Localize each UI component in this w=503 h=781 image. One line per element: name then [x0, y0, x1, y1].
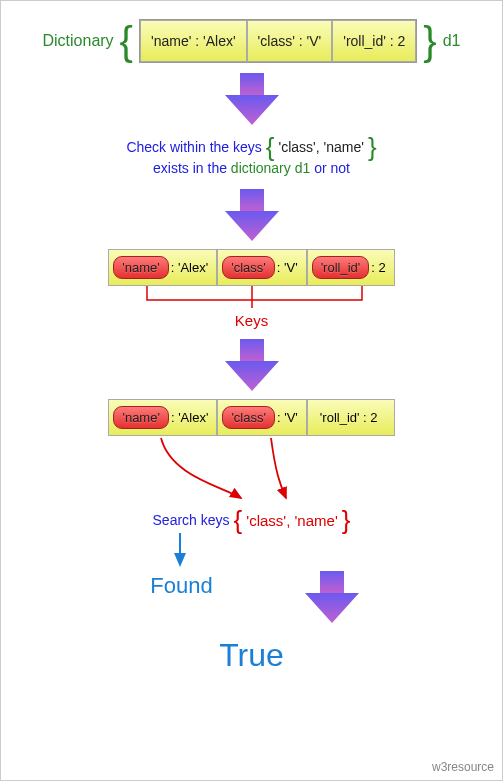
brace-close: } — [342, 510, 351, 531]
brace-open: { — [234, 510, 243, 531]
flow-arrow-icon — [222, 339, 282, 393]
value-text: : 2 — [371, 260, 385, 275]
svg-marker-8 — [305, 593, 359, 623]
plain-cell: 'roll_id' : 2 — [312, 407, 386, 428]
check-line2-pre: exists in the — [153, 160, 227, 176]
dictionary-word: Dictionary — [42, 32, 113, 50]
brace-close: } — [368, 137, 377, 158]
check-description: Check within the keys { 'class', 'name' … — [126, 137, 376, 179]
value-text: : 'V' — [277, 260, 298, 275]
keys-label: Keys — [235, 312, 268, 329]
svg-rect-2 — [240, 189, 264, 211]
flow-arrow-icon — [222, 189, 282, 243]
dict-cell: 'name' : 'Alex' — [108, 249, 217, 286]
flow-arrow-icon — [222, 73, 282, 127]
keys-highlight-block: 'name' : 'Alex' 'class' : 'V' 'roll_id' … — [102, 249, 402, 329]
key-pill: 'name' — [113, 256, 168, 279]
key-pill: 'class' — [222, 256, 275, 279]
svg-marker-3 — [225, 211, 279, 241]
dict-cell: 'class' : 'V' — [217, 249, 306, 286]
key-pill: 'class' — [222, 406, 275, 429]
dict-cells-search: 'name' : 'Alex' 'class' : 'V' 'roll_id' … — [108, 399, 394, 436]
result-label: True — [219, 637, 284, 674]
key-pill: 'roll_id' — [312, 256, 370, 279]
key-pill: 'name' — [113, 406, 168, 429]
check-line2-post: or not — [314, 160, 350, 176]
value-text: : 'Alex' — [171, 410, 208, 425]
dict-ref: dictionary d1 — [231, 160, 310, 176]
dictionary-var: d1 — [443, 32, 461, 50]
svg-marker-1 — [225, 95, 279, 125]
keys-bracket-connector — [102, 286, 402, 310]
value-text: : 'V' — [277, 410, 298, 425]
svg-rect-0 — [240, 73, 264, 95]
brace-close: } — [423, 25, 436, 57]
dict-cell: 'class' : 'V' — [217, 399, 306, 436]
search-match-block: 'name' : 'Alex' 'class' : 'V' 'roll_id' … — [108, 399, 394, 531]
svg-rect-7 — [320, 571, 344, 593]
down-arrow-icon — [150, 531, 210, 571]
brace-open: { — [120, 25, 133, 57]
check-keys-inline: 'class', 'name' — [279, 137, 364, 158]
value-text: : 'Alex' — [171, 260, 208, 275]
search-keys-text: 'class', 'name' — [246, 512, 338, 529]
found-section: Found — [150, 531, 212, 599]
dict-cells-pills: 'name' : 'Alex' 'class' : 'V' 'roll_id' … — [108, 249, 395, 286]
search-keys-row: Search keys { 'class', 'name' } — [153, 510, 351, 531]
dict-cell: 'name' : 'Alex' — [108, 399, 217, 436]
svg-marker-5 — [225, 361, 279, 391]
brace-open: { — [266, 137, 275, 158]
dictionary-cells: 'name' : 'Alex' 'class' : 'V' 'roll_id' … — [139, 19, 417, 63]
dict-cell: 'roll_id' : 2 — [332, 20, 416, 62]
dictionary-definition: Dictionary { 'name' : 'Alex' 'class' : '… — [42, 19, 460, 63]
svg-rect-4 — [240, 339, 264, 361]
dict-cell: 'roll_id' : 2 — [307, 399, 395, 436]
dict-cell: 'class' : 'V' — [247, 20, 333, 62]
attribution: w3resource — [432, 760, 494, 774]
match-arrows — [121, 436, 381, 506]
search-label: Search keys — [153, 512, 230, 528]
flow-arrow-icon — [302, 571, 362, 625]
dict-cell: 'roll_id' : 2 — [307, 249, 395, 286]
found-label: Found — [150, 573, 212, 599]
check-line1-pre: Check within the keys — [126, 137, 261, 158]
dict-cell: 'name' : 'Alex' — [140, 20, 247, 62]
